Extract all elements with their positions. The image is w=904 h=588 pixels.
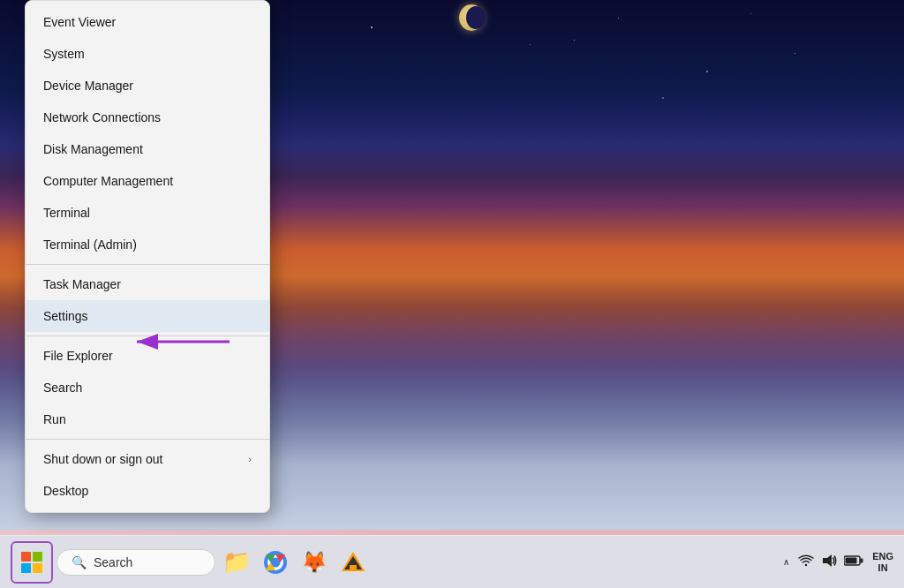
separator-3 [26,439,269,440]
menu-item-run[interactable]: Run [26,403,269,435]
taskbar-chrome[interactable] [258,545,293,580]
menu-item-file-explorer[interactable]: File Explorer [26,340,269,372]
taskbar-left: 🔍 Search 📁 🦊 [11,541,371,584]
menu-item-event-viewer[interactable]: Event Viewer [26,6,269,38]
windows-logo [21,552,42,573]
start-button[interactable] [11,541,53,584]
desktop: Event Viewer System Device Manager Netwo… [0,0,904,588]
menu-item-desktop[interactable]: Desktop [26,475,269,507]
language-indicator[interactable]: ENG IN [872,551,893,572]
svg-rect-9 [846,557,857,563]
menu-item-system[interactable]: System [26,38,269,70]
tray-expand-button[interactable]: ∧ [783,557,789,567]
tray-icons [796,551,865,574]
svg-marker-7 [823,554,832,567]
menu-item-terminal[interactable]: Terminal [26,197,269,229]
volume-icon[interactable] [819,551,839,574]
battery-icon[interactable] [842,553,865,572]
separator-1 [26,264,269,265]
menu-item-task-manager[interactable]: Task Manager [26,268,269,300]
menu-item-shut-down[interactable]: Shut down or sign out › [26,443,269,475]
taskbar: 🔍 Search 📁 🦊 [0,535,904,588]
moon [459,4,484,31]
system-tray: ∧ [783,551,893,574]
taskbar-search[interactable]: 🔍 Search [56,549,215,576]
taskbar-firefox[interactable]: 🦊 [297,545,332,580]
search-label: Search [94,555,132,569]
menu-item-device-manager[interactable]: Device Manager [26,70,269,102]
search-icon: 🔍 [72,555,87,569]
chevron-right-icon: › [248,454,252,464]
menu-item-terminal-admin[interactable]: Terminal (Admin) [26,229,269,260]
taskbar-vlc[interactable] [335,545,371,580]
menu-item-search[interactable]: Search [26,372,269,403]
svg-rect-10 [861,558,863,562]
menu-item-computer-management[interactable]: Computer Management [26,165,269,197]
context-menu: Event Viewer System Device Manager Netwo… [25,0,270,513]
menu-item-disk-management[interactable]: Disk Management [26,133,269,165]
wifi-icon[interactable] [796,551,816,574]
menu-item-network-connections[interactable]: Network Connections [26,102,269,133]
separator-2 [26,335,269,336]
menu-item-settings[interactable]: Settings [26,300,269,332]
taskbar-file-explorer[interactable]: 📁 [219,545,254,580]
svg-rect-6 [350,565,357,569]
